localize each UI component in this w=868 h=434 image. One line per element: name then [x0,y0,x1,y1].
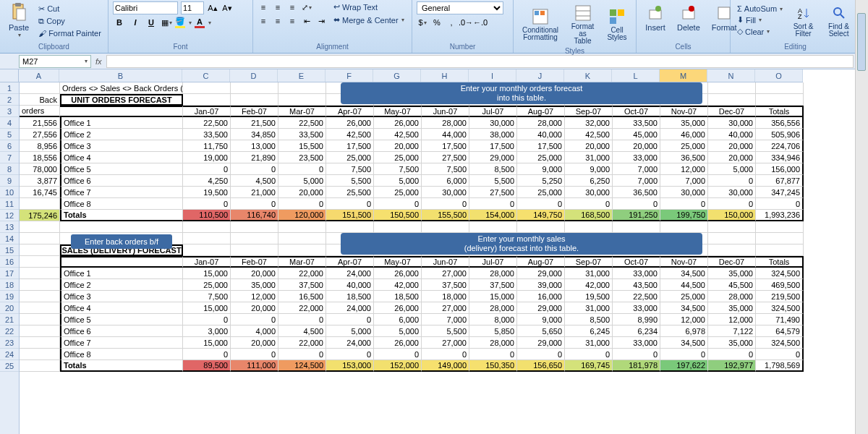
sales-callout[interactable]: Enter your monthly sales(delivery) forec… [341,233,702,255]
fx-icon[interactable]: fx [95,57,102,66]
cell[interactable]: 34,500 [660,302,708,314]
cell[interactable]: 8,000 [469,314,517,326]
cell[interactable]: 17,500 [326,140,374,152]
cell[interactable]: 0 [708,198,756,210]
cell[interactable]: 33,000 [613,337,660,349]
cell[interactable]: 71,490 [756,314,804,326]
cell[interactable] [756,82,804,94]
percent-button[interactable]: % [431,17,443,28]
formula-bar[interactable] [106,55,854,68]
cell[interactable]: 26,000 [374,337,422,349]
cell[interactable]: 37,500 [469,279,517,291]
cell[interactable]: 7,000 [422,314,469,326]
cell[interactable]: 30,000 [708,117,756,129]
cell[interactable] [660,221,708,233]
cell[interactable]: 27,000 [422,268,469,279]
cell[interactable]: 67,877 [756,175,804,187]
cell[interactable]: 15,000 [183,268,231,279]
cell[interactable]: 31,000 [565,337,613,349]
cell[interactable]: Apr-07 [326,106,374,117]
cell[interactable]: 34,500 [660,268,708,279]
cell[interactable] [20,337,60,349]
cell[interactable]: 0 [326,198,374,210]
cell[interactable]: Totals [756,106,804,117]
cell[interactable]: 0 [231,163,278,175]
cell[interactable]: 152,000 [374,360,422,372]
column-header[interactable]: O [755,69,803,82]
cell[interactable]: Feb-07 [231,106,278,117]
cell[interactable]: 34,500 [660,337,708,349]
cell[interactable]: 64,579 [756,326,804,337]
cell[interactable]: 19,000 [183,152,231,163]
cell[interactable] [183,82,231,94]
cell[interactable]: 22,500 [278,117,326,129]
cell[interactable]: 20,000 [231,302,278,314]
cell[interactable] [20,198,60,210]
cell[interactable]: 191,250 [613,210,660,221]
cell[interactable]: Totals [60,360,183,372]
cell[interactable]: 5,000 [326,326,374,337]
cell[interactable]: 0 [278,314,326,326]
cell[interactable]: 20,000 [374,140,422,152]
underline-button[interactable]: U [145,18,158,27]
cell[interactable]: 324,500 [756,268,804,279]
row-header[interactable]: 22 [0,326,19,337]
font-size-select[interactable] [181,1,204,14]
cell[interactable]: Sep-07 [565,106,613,117]
row-header[interactable]: 17 [0,268,19,279]
shrink-font-button[interactable]: A▾ [221,2,233,14]
cell[interactable]: 42,500 [326,129,374,140]
cell[interactable]: 150,350 [469,360,517,372]
cell[interactable] [613,221,660,233]
cell[interactable]: 7,000 [660,175,708,187]
cell[interactable]: 0 [756,198,804,210]
cell[interactable]: 33,000 [613,152,660,163]
cell[interactable]: 18,500 [374,291,422,302]
cell[interactable] [60,221,183,233]
cell[interactable]: 22,000 [278,302,326,314]
cell[interactable]: 0 [613,349,660,360]
cell[interactable]: 9,000 [565,163,613,175]
column-header[interactable]: B [59,69,182,82]
cell[interactable]: 25,000 [660,140,708,152]
cell[interactable]: 27,500 [422,152,469,163]
row-header[interactable]: 21 [0,314,19,326]
cell[interactable]: 9,000 [517,314,565,326]
cell[interactable]: 27,000 [422,302,469,314]
increase-decimal-button[interactable]: .0→ [460,17,472,28]
cell[interactable]: 29,000 [517,302,565,314]
cell[interactable]: Office 3 [60,291,183,302]
cell[interactable]: 89,500 [183,360,231,372]
cell[interactable]: UNIT ORDERS FORECAST [60,94,183,106]
currency-button[interactable]: $▾ [417,17,428,28]
cell[interactable]: 11,750 [183,140,231,152]
cell[interactable]: 25,000 [374,187,422,198]
cut-button[interactable]: ✂Cut [36,4,103,14]
cell[interactable]: Office 4 [60,302,183,314]
cell[interactable] [231,94,278,106]
cell[interactable]: 15,000 [183,337,231,349]
cell[interactable]: 111,000 [231,360,278,372]
cell[interactable]: 5,000 [278,175,326,187]
cell[interactable]: Office 7 [60,337,183,349]
cell[interactable]: 7,500 [183,291,231,302]
cell[interactable]: 0 [565,198,613,210]
align-top-button[interactable]: ≡ [258,1,269,13]
cell[interactable]: Jul-07 [469,106,517,117]
cell[interactable]: 28,000 [469,337,517,349]
cell[interactable]: 28,000 [517,117,565,129]
cell[interactable]: 19,500 [183,187,231,198]
cell[interactable]: 40,000 [517,129,565,140]
cell[interactable]: Office 6 [60,175,183,187]
cell[interactable]: 7,500 [422,163,469,175]
cell[interactable]: 219,500 [756,291,804,302]
cell[interactable] [374,221,422,233]
column-header[interactable]: G [373,69,421,82]
cell[interactable] [565,221,613,233]
cell[interactable]: 5,650 [517,326,565,337]
cell[interactable]: 1,993,236 [756,210,804,221]
merge-center-button[interactable]: ⬌Merge & Center▾ [331,14,407,25]
cell[interactable]: 0 [756,349,804,360]
cell[interactable]: 0 [278,349,326,360]
column-header[interactable]: L [612,69,660,82]
